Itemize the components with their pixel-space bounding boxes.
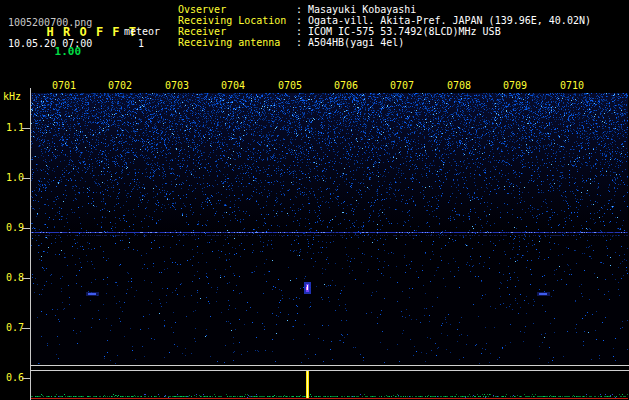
- time-label: 0710: [558, 80, 586, 91]
- observer-row: Ovserver : Masayuki Kobayashi: [178, 4, 591, 15]
- receiver-value: ICOM IC-575 53.7492(8LCD)MHz USB: [308, 26, 501, 37]
- freq-tick: [22, 328, 30, 329]
- time-label: 0702: [106, 80, 134, 91]
- separator: :: [296, 15, 308, 26]
- location-row: Receiving Location : Ogata-vill. Akita-P…: [178, 15, 591, 26]
- spectrogram-canvas: [31, 93, 628, 364]
- separator: :: [296, 37, 308, 48]
- strip-border-line: [30, 365, 629, 366]
- time-label: 0701: [50, 80, 78, 91]
- station-info: Ovserver : Masayuki Kobayashi Receiving …: [178, 4, 591, 48]
- meteor-count-value: 1: [138, 38, 144, 49]
- receiver-row: Receiver : ICOM IC-575 53.7492(8LCD)MHz …: [178, 26, 591, 37]
- receiver-label: Receiver: [178, 26, 296, 37]
- freq-tick: [22, 228, 30, 229]
- antenna-label: Receiving antenna: [178, 37, 296, 48]
- freq-tick: [22, 378, 30, 379]
- location-value: Ogata-vill. Akita-Pref. JAPAN (139.96E, …: [308, 15, 591, 26]
- time-label: 0704: [219, 80, 247, 91]
- freq-tick: [22, 278, 30, 279]
- hrofft-window: H R O F F T 1.00 1005200700.png meteor 1…: [0, 0, 629, 400]
- antenna-value: A504HB(yagi 4el): [308, 37, 404, 48]
- separator: :: [296, 26, 308, 37]
- time-label: 0705: [276, 80, 304, 91]
- freq-tick: [22, 128, 30, 129]
- signal-level-canvas: [31, 371, 628, 399]
- frequency-unit-label: kHz: [3, 91, 21, 102]
- observer-value: Masayuki Kobayashi: [308, 4, 416, 15]
- separator: :: [296, 4, 308, 15]
- meteor-count-label: meteor: [124, 26, 160, 37]
- time-label: 0707: [388, 80, 416, 91]
- freq-tick: [22, 178, 30, 179]
- observation-timestamp: 10.05.20 07:00: [8, 38, 92, 49]
- location-label: Receiving Location: [178, 15, 296, 26]
- antenna-row: Receiving antenna : A504HB(yagi 4el): [178, 37, 591, 48]
- output-filename: 1005200700.png: [8, 17, 92, 28]
- observer-label: Ovserver: [178, 4, 296, 15]
- time-label: 0706: [332, 80, 360, 91]
- time-label: 0709: [501, 80, 529, 91]
- time-label: 0708: [445, 80, 473, 91]
- time-label: 0703: [163, 80, 191, 91]
